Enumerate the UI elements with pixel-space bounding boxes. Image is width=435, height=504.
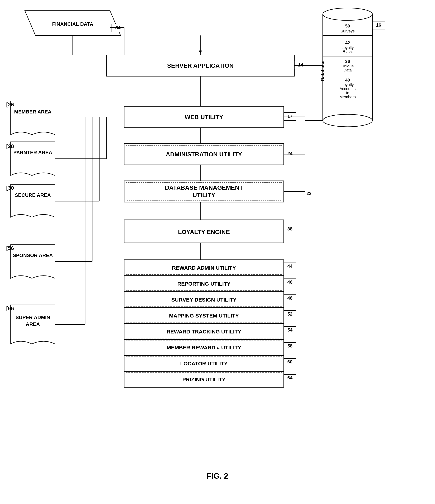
svg-text:PRIZING UTILITY: PRIZING UTILITY <box>182 377 225 382</box>
svg-point-1 <box>323 8 372 20</box>
svg-text:Surveys: Surveys <box>340 29 354 33</box>
svg-text:Loyatly: Loyatly <box>341 82 354 87</box>
svg-text:SPONSOR AREA: SPONSOR AREA <box>13 253 53 258</box>
svg-text:WEB UTILITY: WEB UTILITY <box>185 114 223 120</box>
svg-rect-39 <box>124 181 284 202</box>
svg-text:FIG. 2: FIG. 2 <box>207 472 228 480</box>
svg-text:[66: [66 <box>6 306 14 311</box>
svg-text:40: 40 <box>345 78 350 82</box>
svg-text:LOYALTY ENGINE: LOYALTY ENGINE <box>178 228 230 235</box>
svg-text:SURVEY DESIGN UTILITY: SURVEY DESIGN UTILITY <box>171 297 236 303</box>
svg-text:Database: Database <box>320 61 325 81</box>
svg-text:36: 36 <box>345 59 350 64</box>
svg-text:52: 52 <box>288 311 293 317</box>
svg-text:Accounts: Accounts <box>340 87 356 91</box>
svg-text:DATABASE MANAGEMENT: DATABASE MANAGEMENT <box>165 184 243 191</box>
svg-text:16: 16 <box>376 22 381 28</box>
svg-text:ADMINISTRATION UTILITY: ADMINISTRATION UTILITY <box>166 151 242 158</box>
svg-text:REPORTING UTILITY: REPORTING UTILITY <box>177 281 231 287</box>
svg-text:50: 50 <box>345 24 350 28</box>
svg-text:to: to <box>346 90 349 95</box>
svg-text:LOCATOR UTILITY: LOCATOR UTILITY <box>180 360 227 366</box>
svg-text:MEMBER AREA: MEMBER AREA <box>14 109 52 115</box>
svg-text:46: 46 <box>288 279 293 285</box>
svg-text:58: 58 <box>288 343 293 349</box>
svg-text:48: 48 <box>288 295 293 301</box>
svg-text:14: 14 <box>298 62 303 68</box>
svg-text:[56: [56 <box>6 245 14 251</box>
svg-text:MAPPING SYSTEM UTILITY: MAPPING SYSTEM UTILITY <box>169 313 239 319</box>
svg-text:UTILITY: UTILITY <box>193 192 216 198</box>
svg-text:REWARD ADMIN UTILITY: REWARD ADMIN UTILITY <box>172 265 236 271</box>
diagram-svg: Database 50 Surveys 42 Loyalty Rules 36 … <box>0 0 435 504</box>
svg-text:[26: [26 <box>6 102 14 108</box>
svg-text:MEMBER REWARD # UTILITY: MEMBER REWARD # UTILITY <box>166 345 241 351</box>
svg-text:42: 42 <box>345 40 350 45</box>
svg-text:PARNTER AREA: PARNTER AREA <box>13 150 52 155</box>
svg-text:Rules: Rules <box>343 49 353 54</box>
svg-text:Data: Data <box>344 68 352 72</box>
svg-text:64: 64 <box>288 375 293 380</box>
svg-text:Members: Members <box>339 95 356 99</box>
svg-text:60: 60 <box>288 359 293 364</box>
svg-text:[30: [30 <box>6 185 14 191</box>
svg-text:AREA: AREA <box>26 321 40 327</box>
svg-text:54: 54 <box>288 327 293 333</box>
svg-text:SERVER APPLICATION: SERVER APPLICATION <box>167 62 234 69</box>
svg-text:22: 22 <box>307 191 312 196</box>
diagram: Database 50 Surveys 42 Loyalty Rules 36 … <box>0 0 435 504</box>
svg-text:Unique: Unique <box>341 64 354 68</box>
svg-text:38: 38 <box>288 226 293 232</box>
svg-text:SUPER ADMIN: SUPER ADMIN <box>16 315 50 320</box>
svg-text:REWARD TRACKING UTILITY: REWARD TRACKING UTILITY <box>166 329 241 334</box>
svg-text:FINANCIAL DATA: FINANCIAL DATA <box>52 21 93 27</box>
svg-text:[28: [28 <box>6 143 14 149</box>
svg-text:SECURE AREA: SECURE AREA <box>15 192 51 198</box>
svg-text:44: 44 <box>288 263 293 269</box>
svg-point-2 <box>323 114 372 127</box>
svg-text:24: 24 <box>288 151 293 156</box>
